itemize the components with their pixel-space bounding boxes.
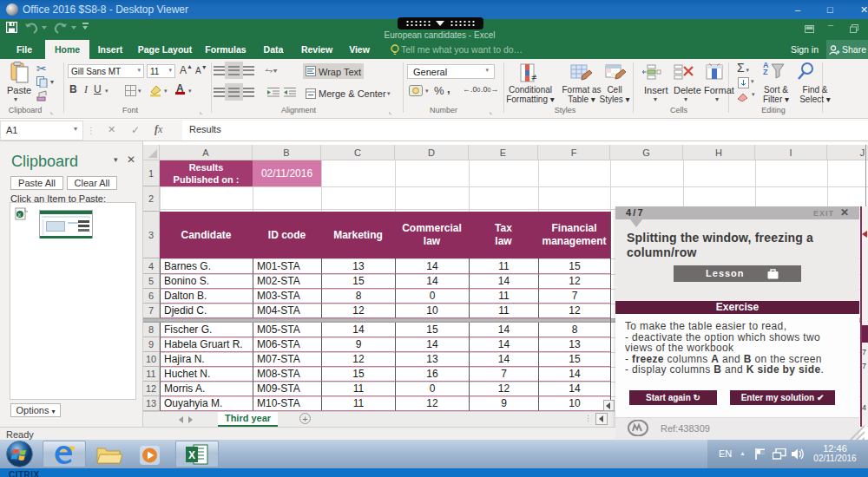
svg-text:≠: ≠ — [531, 72, 536, 82]
svg-text:X: X — [188, 449, 195, 461]
svg-text:x: x — [18, 212, 22, 218]
